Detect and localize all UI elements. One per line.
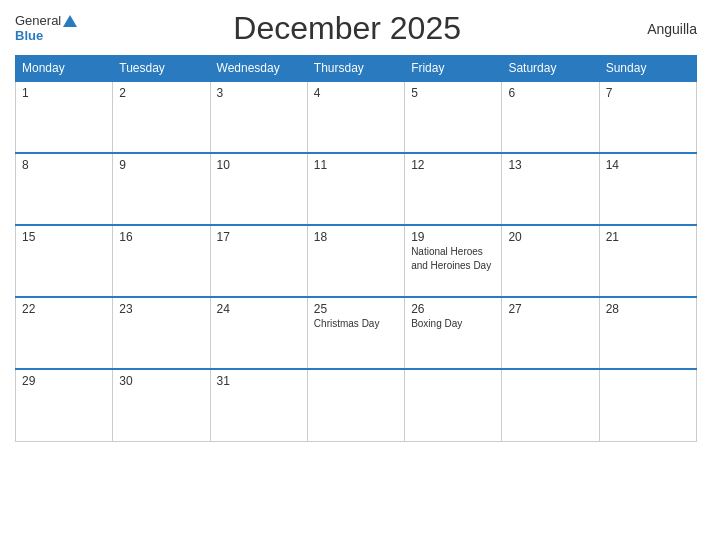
table-row: 24 (210, 297, 307, 369)
day-number: 25 (314, 302, 398, 316)
table-row: 30 (113, 369, 210, 441)
calendar-week-row: 1516171819National Heroes and Heroines D… (16, 225, 697, 297)
page-title: December 2025 (77, 10, 617, 47)
calendar-week-row: 293031 (16, 369, 697, 441)
day-number: 27 (508, 302, 592, 316)
table-row: 14 (599, 153, 696, 225)
table-row: 27 (502, 297, 599, 369)
day-number: 3 (217, 86, 301, 100)
table-row: 8 (16, 153, 113, 225)
table-row: 18 (307, 225, 404, 297)
day-number: 11 (314, 158, 398, 172)
table-row: 7 (599, 81, 696, 153)
day-number: 7 (606, 86, 690, 100)
calendar-header-row: Monday Tuesday Wednesday Thursday Friday… (16, 56, 697, 82)
col-wednesday: Wednesday (210, 56, 307, 82)
day-number: 2 (119, 86, 203, 100)
day-number: 19 (411, 230, 495, 244)
day-number: 18 (314, 230, 398, 244)
table-row: 26Boxing Day (405, 297, 502, 369)
day-number: 24 (217, 302, 301, 316)
logo-general-text: General (15, 14, 61, 28)
table-row: 28 (599, 297, 696, 369)
table-row: 21 (599, 225, 696, 297)
col-tuesday: Tuesday (113, 56, 210, 82)
table-row: 20 (502, 225, 599, 297)
page: General Blue December 2025 Anguilla Mond… (0, 0, 712, 550)
day-number: 23 (119, 302, 203, 316)
table-row: 15 (16, 225, 113, 297)
logo-blue-text: Blue (15, 29, 43, 43)
day-number: 5 (411, 86, 495, 100)
day-number: 26 (411, 302, 495, 316)
col-saturday: Saturday (502, 56, 599, 82)
col-thursday: Thursday (307, 56, 404, 82)
table-row (502, 369, 599, 441)
day-number: 8 (22, 158, 106, 172)
day-number: 29 (22, 374, 106, 388)
table-row: 23 (113, 297, 210, 369)
table-row: 10 (210, 153, 307, 225)
day-number: 22 (22, 302, 106, 316)
table-row: 19National Heroes and Heroines Day (405, 225, 502, 297)
day-number: 9 (119, 158, 203, 172)
col-friday: Friday (405, 56, 502, 82)
day-event: Christmas Day (314, 318, 380, 329)
day-number: 13 (508, 158, 592, 172)
col-sunday: Sunday (599, 56, 696, 82)
calendar-week-row: 1234567 (16, 81, 697, 153)
table-row (599, 369, 696, 441)
day-number: 10 (217, 158, 301, 172)
day-number: 14 (606, 158, 690, 172)
table-row: 17 (210, 225, 307, 297)
calendar-week-row: 891011121314 (16, 153, 697, 225)
table-row: 3 (210, 81, 307, 153)
header: General Blue December 2025 Anguilla (15, 10, 697, 47)
table-row: 31 (210, 369, 307, 441)
day-number: 16 (119, 230, 203, 244)
table-row: 16 (113, 225, 210, 297)
day-number: 30 (119, 374, 203, 388)
day-number: 17 (217, 230, 301, 244)
day-event: Boxing Day (411, 318, 462, 329)
table-row: 2 (113, 81, 210, 153)
table-row: 1 (16, 81, 113, 153)
table-row (307, 369, 404, 441)
table-row (405, 369, 502, 441)
day-number: 1 (22, 86, 106, 100)
calendar-week-row: 22232425Christmas Day26Boxing Day2728 (16, 297, 697, 369)
table-row: 22 (16, 297, 113, 369)
table-row: 29 (16, 369, 113, 441)
table-row: 12 (405, 153, 502, 225)
table-row: 13 (502, 153, 599, 225)
day-event: National Heroes and Heroines Day (411, 246, 491, 271)
country-label: Anguilla (617, 21, 697, 37)
day-number: 15 (22, 230, 106, 244)
day-number: 4 (314, 86, 398, 100)
day-number: 21 (606, 230, 690, 244)
table-row: 6 (502, 81, 599, 153)
col-monday: Monday (16, 56, 113, 82)
logo: General Blue (15, 14, 77, 43)
day-number: 6 (508, 86, 592, 100)
logo-triangle-icon (63, 15, 77, 27)
day-number: 20 (508, 230, 592, 244)
table-row: 25Christmas Day (307, 297, 404, 369)
table-row: 4 (307, 81, 404, 153)
day-number: 12 (411, 158, 495, 172)
table-row: 9 (113, 153, 210, 225)
table-row: 5 (405, 81, 502, 153)
day-number: 28 (606, 302, 690, 316)
day-number: 31 (217, 374, 301, 388)
calendar-table: Monday Tuesday Wednesday Thursday Friday… (15, 55, 697, 442)
table-row: 11 (307, 153, 404, 225)
